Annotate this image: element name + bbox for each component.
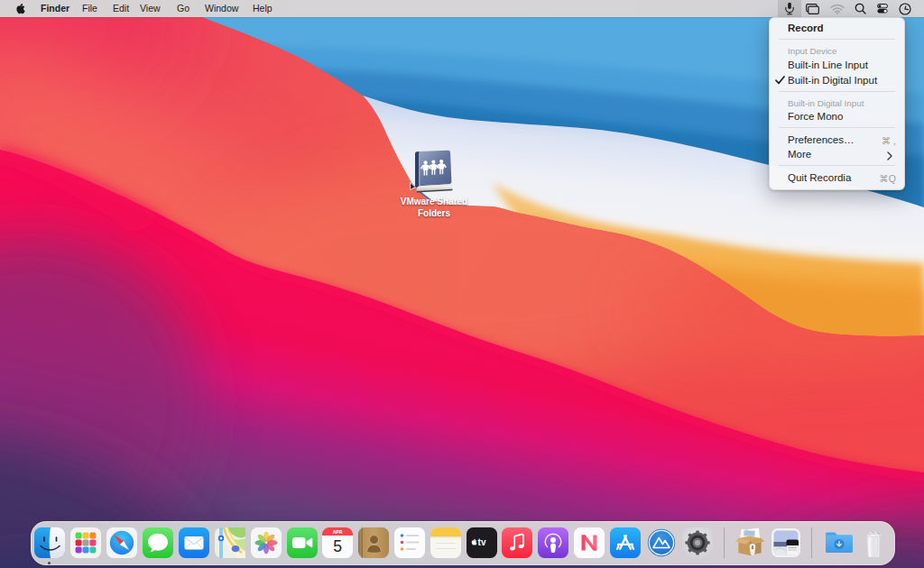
svg-text:APR: APR: [333, 529, 343, 535]
svg-text:5: 5: [333, 537, 342, 555]
svg-text:tv: tv: [478, 537, 486, 547]
